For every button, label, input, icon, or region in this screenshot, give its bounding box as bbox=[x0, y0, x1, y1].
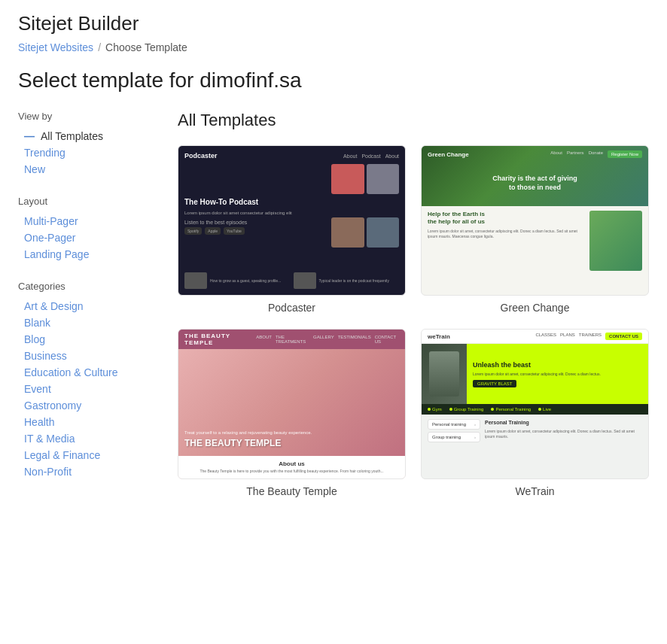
beauty-about-section: About us The Beauty Temple is here to pr… bbox=[178, 456, 405, 478]
template-card-podcaster[interactable]: Podcaster About Podcast About The How-To… bbox=[178, 145, 406, 314]
breadcrumb-link[interactable]: Sitejet Websites bbox=[18, 41, 93, 53]
gastronomy-label: Gastronomy bbox=[24, 399, 81, 412]
group-dot bbox=[449, 408, 452, 411]
new-label: New bbox=[24, 163, 45, 175]
multi-pager-label: Multi-Pager bbox=[24, 215, 78, 227]
podcaster-nav-link2: Podcast bbox=[361, 153, 380, 159]
it-media-label: IT & Media bbox=[24, 433, 75, 445]
template-card-beauty[interactable]: THE BEAUTY TEMPLE ABOUT THE TREATMENTS G… bbox=[178, 329, 406, 497]
wetrain-filters: Personal training › Group training › bbox=[428, 419, 480, 474]
podcaster-content: The How-To Podcast Lorem ipsum dolor sit… bbox=[184, 164, 399, 268]
wetrain-btn: GRAVITY BLAST bbox=[473, 380, 516, 387]
sidebar-item-one-pager[interactable]: One-Pager bbox=[18, 229, 154, 246]
template-preview-wetrain: weTrain CLASSES PLANS TRAINERS CONTACT U… bbox=[421, 329, 649, 479]
wetrain-nav-links: CLASSES PLANS TRAINERS CONTACT US bbox=[535, 333, 642, 340]
podcaster-name: Podcaster bbox=[178, 302, 406, 314]
podcaster-logo: Podcaster bbox=[184, 152, 218, 159]
template-card-greenchange[interactable]: Green Change About Partners Donate Regis… bbox=[421, 145, 649, 314]
sidebar-item-art-design[interactable]: Art & Design bbox=[18, 298, 154, 314]
business-label: Business bbox=[24, 350, 67, 362]
podcaster-bottom-text2: Typical leader is on the podcast frequen… bbox=[319, 278, 400, 284]
templates-grid: Podcaster About Podcast About The How-To… bbox=[178, 145, 649, 497]
sidebar-item-legal[interactable]: Legal & Finance bbox=[18, 447, 154, 463]
sidebar-item-blog[interactable]: Blog bbox=[18, 331, 154, 348]
podcaster-text: The How-To Podcast Lorem ipsum dolor sit… bbox=[184, 164, 327, 268]
page-title: Select template for dimofinf.sa bbox=[0, 68, 667, 93]
podcaster-bottom-img1 bbox=[184, 272, 207, 289]
beauty-overlay: Treat yourself to a relaxing and rejuven… bbox=[178, 349, 318, 456]
wetrain-content-title: Personal Training bbox=[485, 419, 642, 427]
beauty-about: ABOUT bbox=[256, 335, 272, 344]
wetrain-classes: CLASSES bbox=[535, 333, 556, 340]
filter1-arrow: › bbox=[474, 422, 476, 427]
sidebar-item-blank[interactable]: Blank bbox=[18, 314, 154, 331]
greenchange-about: About bbox=[550, 150, 562, 158]
greenchange-hero-text: Charity is the act of givingto those in … bbox=[486, 175, 583, 192]
greenchange-cta: Register Now bbox=[608, 150, 642, 158]
apple-icon: Apple bbox=[205, 227, 221, 235]
group-label: Group Training bbox=[454, 407, 484, 412]
sidebar-item-health[interactable]: Health bbox=[18, 414, 154, 430]
sidebar-item-multi-pager[interactable]: Multi-Pager bbox=[18, 213, 154, 229]
wetrain-gym: Gym bbox=[428, 407, 442, 412]
filter1-label: Personal training bbox=[432, 422, 466, 427]
wetrain-strip: Gym Group Training Personal Training bbox=[422, 404, 648, 415]
sidebar-item-event[interactable]: Event bbox=[18, 381, 154, 397]
art-design-label: Art & Design bbox=[24, 300, 84, 312]
beauty-title: THE BEAUTY TEMPLE bbox=[184, 438, 312, 448]
layout-label: Layout bbox=[18, 196, 154, 207]
nonprofit-label: Non-Profit bbox=[24, 466, 72, 478]
podcaster-img4 bbox=[367, 217, 400, 248]
categories-label: Categories bbox=[18, 281, 154, 292]
greenchange-bottom: Help for the Earth isthe help for all of… bbox=[422, 206, 648, 295]
breadcrumb: Sitejet Websites / Choose Template bbox=[18, 41, 649, 53]
greenchange-side-img bbox=[589, 211, 642, 271]
template-preview-greenchange: Green Change About Partners Donate Regis… bbox=[421, 145, 649, 296]
view-by-label: View by bbox=[18, 111, 154, 122]
filter2-arrow: › bbox=[474, 435, 476, 439]
sidebar-item-nonprofit[interactable]: Non-Profit bbox=[18, 463, 154, 480]
sidebar-item-it-media[interactable]: IT & Media bbox=[18, 430, 154, 447]
greenchange-donate: Donate bbox=[589, 150, 603, 158]
wetrain-hero-img bbox=[422, 344, 467, 404]
legal-label: Legal & Finance bbox=[24, 449, 100, 461]
one-pager-label: One-Pager bbox=[24, 232, 75, 244]
beauty-nav-links: ABOUT THE TREATMENTS GALLERY TESTIMONIAL… bbox=[256, 335, 399, 344]
sidebar: View by — All Templates Trending New Lay… bbox=[0, 111, 166, 644]
wetrain-logo: weTrain bbox=[428, 333, 450, 340]
sidebar-item-trending[interactable]: Trending bbox=[18, 144, 154, 161]
wetrain-live: Live bbox=[538, 407, 551, 412]
layout-section: Layout Multi-Pager One-Pager Landing Pag… bbox=[18, 196, 154, 263]
filter2-label: Group training bbox=[432, 435, 461, 439]
blank-label: Blank bbox=[24, 317, 50, 329]
header: Sitejet Builder Sitejet Websites / Choos… bbox=[0, 0, 667, 68]
sidebar-item-business[interactable]: Business bbox=[18, 348, 154, 364]
beauty-about-title: About us bbox=[184, 460, 399, 467]
sidebar-item-landing-page[interactable]: Landing Page bbox=[18, 246, 154, 263]
wetrain-cta: CONTACT US bbox=[605, 333, 642, 340]
beauty-treatments: THE TREATMENTS bbox=[276, 335, 309, 344]
greenchange-text: Help for the Earth isthe help for all of… bbox=[428, 211, 585, 290]
wetrain-sidebar-area: Personal training › Group training › Per… bbox=[422, 415, 648, 478]
podcaster-icons: Spotify Apple YouTube bbox=[184, 227, 327, 235]
health-label: Health bbox=[24, 416, 54, 428]
app-container: Sitejet Builder Sitejet Websites / Choos… bbox=[0, 0, 667, 644]
sidebar-item-all-templates[interactable]: — All Templates bbox=[18, 128, 154, 144]
beauty-gallery: GALLERY bbox=[313, 335, 334, 344]
beauty-hero: Treat yourself to a relaxing and rejuven… bbox=[178, 349, 405, 456]
greenchange-name: Green Change bbox=[421, 302, 649, 314]
personal-label: Personal Training bbox=[495, 407, 531, 412]
sidebar-item-new[interactable]: New bbox=[18, 161, 154, 178]
event-label: Event bbox=[24, 383, 51, 395]
sidebar-item-education[interactable]: Education & Culture bbox=[18, 364, 154, 381]
podcaster-images bbox=[331, 164, 399, 268]
section-title: All Templates bbox=[178, 111, 649, 130]
app-title: Sitejet Builder bbox=[18, 12, 649, 35]
greenchange-nav: Green Change About Partners Donate Regis… bbox=[422, 150, 648, 158]
beauty-testimonials: TESTIMONIALS bbox=[338, 335, 371, 344]
breadcrumb-separator: / bbox=[98, 41, 101, 53]
template-card-wetrain[interactable]: weTrain CLASSES PLANS TRAINERS CONTACT U… bbox=[421, 329, 649, 497]
sidebar-item-gastronomy[interactable]: Gastronomy bbox=[18, 397, 154, 414]
greenchange-body: Lorem ipsum dolor sit amet, consectetur … bbox=[428, 229, 585, 239]
greenchange-partners: Partners bbox=[567, 150, 584, 158]
